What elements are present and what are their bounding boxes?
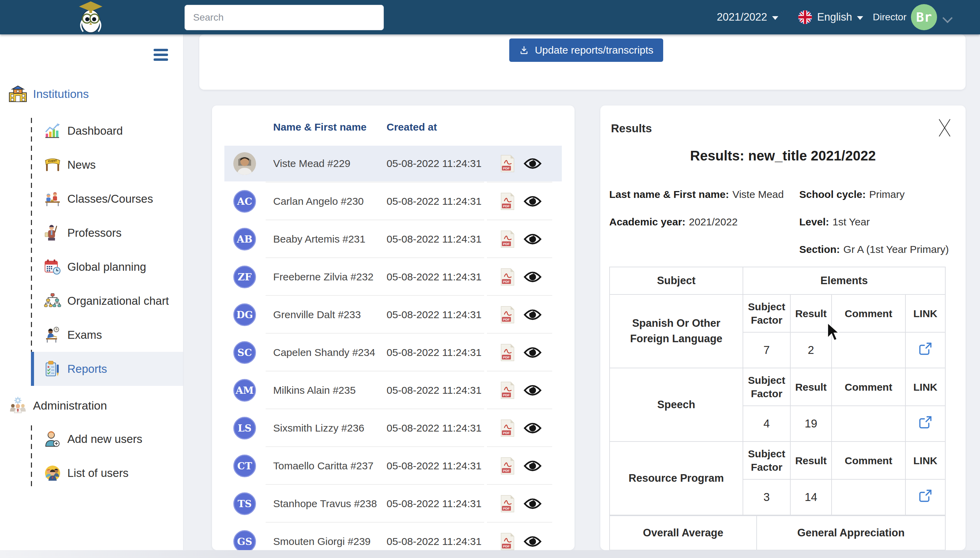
avatar-initials: DG (233, 304, 256, 326)
svg-text:PDF: PDF (503, 317, 510, 321)
column-header: Subject Factor (743, 441, 790, 479)
report-row[interactable]: ABBeaby Artemis #23105-08-2022 11:24:31P… (212, 220, 575, 258)
report-row[interactable]: Viste Mead #22905-08-2022 11:24:31PDF (212, 144, 575, 182)
report-row[interactable]: ZFFreeberne Zilvia #23205-08-2022 11:24:… (212, 258, 575, 296)
view-report-button[interactable] (523, 270, 542, 284)
svg-text:PDF: PDF (503, 544, 510, 548)
user-avatar[interactable]: Br (911, 4, 937, 30)
report-row[interactable]: GSSmouten Giorgi #23905-08-2022 11:24:31… (212, 523, 575, 550)
report-row[interactable]: ACCarlan Angelo #23005-08-2022 11:24:31P… (212, 182, 575, 220)
view-report-button[interactable] (523, 421, 542, 435)
view-report-button[interactable] (523, 497, 542, 510)
close-icon[interactable] (937, 118, 952, 138)
comment-value (832, 479, 905, 515)
avatar-initials: TS (233, 492, 256, 515)
report-row[interactable]: AMMilkins Alain #23505-08-2022 11:24:31P… (212, 371, 575, 409)
view-report-button[interactable] (523, 232, 542, 246)
pdf-download-button[interactable]: PDF (500, 381, 515, 400)
column-header: Result (790, 294, 832, 332)
sidebar-item-label: Professors (67, 226, 121, 240)
sidebar-item-classes-courses[interactable]: Classes/Courses (31, 182, 183, 216)
view-report-button[interactable] (523, 346, 542, 359)
update-reports-button[interactable]: Update reports/transcripts (509, 38, 663, 62)
sidebar-item-exams[interactable]: Exams (31, 318, 183, 352)
created-at: 05-08-2022 11:24:31 (387, 422, 481, 434)
sidebar-item-professors[interactable]: Professors (31, 216, 183, 250)
meta-row: Last name & First name:Viste Mead School… (609, 189, 956, 200)
sidebar-item-reports[interactable]: Reports (31, 352, 183, 386)
owl-logo-icon[interactable] (75, 1, 107, 34)
sidebar-item-list-of-users[interactable]: List of users (31, 456, 183, 490)
pdf-download-button[interactable]: PDF (500, 456, 515, 476)
pdf-download-button[interactable]: PDF (500, 230, 515, 249)
results-heading: Results (611, 122, 652, 135)
link-cell (905, 406, 945, 441)
meta-label: Level: (799, 216, 829, 228)
view-report-button[interactable] (523, 384, 542, 397)
sidebar-section-institutions[interactable]: Institutions (0, 83, 183, 105)
dashboard-chart-icon (44, 122, 61, 140)
pdf-download-button[interactable]: PDF (500, 419, 515, 438)
subjects-table-header: Subject Elements (610, 267, 945, 294)
avatar-initials: ZF (233, 266, 256, 288)
report-row[interactable]: CTTomaello Caritta #23705-08-2022 11:24:… (212, 447, 575, 485)
sidebar-item-dashboard[interactable]: Dashboard (31, 114, 183, 148)
column-header: LINK (905, 368, 945, 406)
report-row[interactable]: TSStanhope Travus #23805-08-2022 11:24:3… (212, 485, 575, 523)
pdf-download-button[interactable]: PDF (500, 268, 515, 287)
sidebar-item-global-planning[interactable]: Global planning (31, 250, 183, 284)
created-at: 05-08-2022 11:24:31 (387, 498, 481, 510)
external-link-button[interactable] (918, 415, 932, 430)
column-header: Subject Factor (743, 368, 790, 406)
external-link-button[interactable] (918, 341, 932, 356)
comment-value (832, 406, 905, 441)
link-cell (905, 332, 945, 368)
sidebar-item-organizational-chart[interactable]: Organizational chart (31, 284, 183, 318)
sidebar-item-news[interactable]: EVENTNews (31, 148, 183, 182)
hamburger-menu-icon[interactable] (154, 49, 168, 63)
meta-value: Gr A (1st Year Primary) (843, 244, 949, 255)
link-cell (905, 479, 945, 515)
section-label: Administration (33, 399, 107, 412)
actions-card: Update reports/transcripts (199, 34, 965, 90)
avatar-initials: GS (233, 530, 256, 550)
student-name: Sixsmith Lizzy #236 (273, 422, 364, 434)
sidebar-section-administration[interactable]: Administration (0, 394, 183, 417)
avatar-initials: AB (233, 228, 256, 251)
view-report-button[interactable] (523, 308, 542, 322)
pdf-download-button[interactable]: PDF (500, 154, 515, 173)
view-report-button[interactable] (523, 157, 542, 171)
report-row[interactable]: SCCapelen Shandy #23405-08-2022 11:24:31… (212, 334, 575, 371)
external-link-button[interactable] (918, 489, 932, 503)
view-report-button[interactable] (523, 194, 542, 208)
column-header: Comment (832, 441, 905, 479)
pdf-download-button[interactable]: PDF (500, 494, 515, 513)
sidebar-item-label: News (67, 158, 96, 171)
sidebar-item-label: Reports (67, 363, 107, 376)
pdf-download-button[interactable]: PDF (500, 305, 515, 324)
subjects-table: Subject Elements Spanish Or Other Foreig… (609, 267, 946, 515)
created-at: 05-08-2022 11:24:31 (387, 233, 481, 245)
view-report-button[interactable] (523, 535, 542, 548)
student-name: Milkins Alain #235 (273, 384, 356, 396)
svg-text:PDF: PDF (503, 204, 510, 208)
subject-subheader-row: Spanish Or Other Foreign LanguageSubject… (610, 294, 945, 332)
sidebar-item-add-new-users[interactable]: Add new users (31, 422, 183, 456)
svg-text:PDF: PDF (503, 242, 510, 246)
pdf-download-button[interactable]: PDF (500, 192, 515, 211)
list-header: Name & First name Created at (212, 105, 575, 144)
search-input[interactable] (185, 12, 384, 23)
search-box (184, 5, 384, 30)
subject-name: Resource Program (610, 441, 743, 515)
student-name: Freeberne Zilvia #232 (273, 271, 374, 283)
view-report-button[interactable] (523, 459, 542, 473)
pdf-download-button[interactable]: PDF (500, 343, 515, 362)
year-dropdown[interactable]: 2021/2022 (717, 0, 778, 34)
language-dropdown[interactable]: English (798, 0, 863, 34)
avatar-initials: AC (233, 190, 256, 213)
report-row[interactable]: DGGrenville Dalt #23305-08-2022 11:24:31… (212, 296, 575, 334)
chevron-down-icon[interactable] (942, 13, 953, 23)
chevron-down-icon (772, 16, 778, 20)
report-row[interactable]: LSSixsmith Lizzy #23605-08-2022 11:24:31… (212, 409, 575, 447)
pdf-download-button[interactable]: PDF (500, 532, 515, 550)
